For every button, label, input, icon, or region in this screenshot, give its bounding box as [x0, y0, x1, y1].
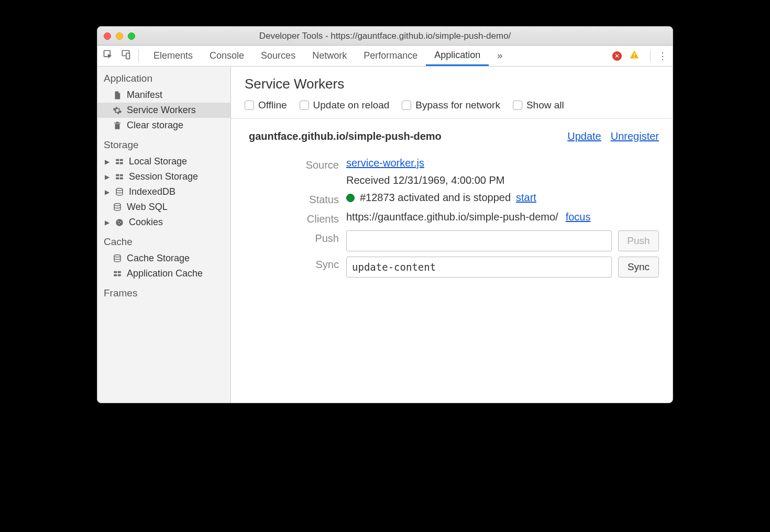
svg-point-16 [118, 220, 119, 221]
cookie-icon [114, 217, 125, 228]
sidebar-item-label: IndexedDB [129, 186, 175, 197]
unregister-link[interactable]: Unregister [611, 130, 659, 142]
svg-rect-8 [120, 162, 123, 164]
grid-icon [112, 269, 123, 279]
svg-rect-12 [120, 177, 123, 179]
disclosure-arrow-icon: ▶ [105, 219, 110, 226]
svg-point-17 [120, 221, 121, 223]
minimize-window-button[interactable] [116, 32, 123, 40]
label-sync: Sync [245, 257, 339, 271]
database-icon [112, 253, 123, 264]
checkbox-label: Offline [258, 99, 287, 111]
sidebar-item-label: Local Storage [129, 156, 187, 167]
checkbox-bypass-for-network[interactable]: Bypass for network [402, 99, 500, 111]
svg-rect-6 [120, 159, 123, 161]
devtools-window: Developer Tools - https://gauntface.gith… [97, 26, 673, 403]
traffic-lights [104, 32, 135, 40]
svg-rect-5 [116, 159, 119, 161]
sidebar-item-indexeddb[interactable]: ▶ IndexedDB [97, 184, 230, 199]
sidebar-item-session-storage[interactable]: ▶ Session Storage [97, 169, 230, 184]
sidebar-item-label: Cookies [129, 217, 163, 228]
sidebar-item-label: Session Storage [129, 171, 198, 182]
svg-point-15 [116, 219, 123, 226]
sidebar-item-cookies[interactable]: ▶ Cookies [97, 215, 230, 230]
checkbox-label: Bypass for network [415, 99, 500, 111]
start-worker-link[interactable]: start [516, 192, 536, 204]
sidebar-item-label: Service Workers [127, 105, 196, 116]
service-workers-panel: Service Workers Offline Update on reload… [231, 66, 673, 403]
checkbox-offline[interactable]: Offline [245, 99, 287, 111]
sidebar-section-application: Application [97, 66, 230, 87]
application-sidebar: Application Manifest Service Workers Cle… [97, 66, 231, 403]
sidebar-item-local-storage[interactable]: ▶ Local Storage [97, 154, 230, 169]
sidebar-item-label: Application Cache [127, 268, 203, 279]
svg-rect-11 [116, 177, 119, 179]
sidebar-item-service-workers[interactable]: Service Workers [97, 103, 230, 118]
sidebar-item-web-sql[interactable]: Web SQL [97, 199, 230, 215]
maximize-window-button[interactable] [128, 32, 135, 40]
svg-point-14 [114, 203, 120, 206]
sidebar-item-label: Web SQL [127, 202, 168, 213]
focus-client-link[interactable]: focus [566, 211, 591, 223]
svg-rect-22 [114, 274, 117, 276]
tab-more[interactable]: » [489, 46, 511, 66]
close-window-button[interactable] [104, 32, 111, 40]
label-push: Push [245, 230, 339, 245]
sidebar-item-label: Cache Storage [127, 253, 190, 264]
database-icon [112, 202, 123, 213]
label-clients: Clients [245, 211, 339, 225]
tab-sources[interactable]: Sources [252, 46, 304, 66]
checkbox-update-on-reload[interactable]: Update on reload [300, 99, 390, 111]
sidebar-section-storage: Storage [97, 133, 230, 154]
source-script-link[interactable]: service-worker.js [346, 157, 659, 169]
tab-elements[interactable]: Elements [145, 46, 201, 66]
svg-point-19 [114, 254, 120, 257]
svg-rect-10 [120, 174, 123, 176]
window-title: Developer Tools - https://gauntface.gith… [97, 31, 673, 41]
sidebar-item-label: Manifest [127, 90, 162, 101]
svg-rect-9 [116, 174, 119, 176]
database-icon [114, 187, 125, 197]
sidebar-section-frames: Frames [97, 281, 230, 302]
checkbox-label: Update on reload [313, 99, 390, 111]
sidebar-item-manifest[interactable]: Manifest [97, 87, 230, 103]
inspect-element-icon[interactable] [103, 49, 113, 62]
sync-input[interactable] [346, 257, 612, 278]
tab-network[interactable]: Network [304, 46, 355, 66]
settings-kebab-icon[interactable]: ⋮ [650, 50, 667, 62]
push-button[interactable]: Push [618, 230, 659, 251]
update-link[interactable]: Update [567, 130, 601, 142]
sidebar-item-cache-storage[interactable]: Cache Storage [97, 251, 230, 266]
warning-count-icon[interactable] [629, 49, 640, 62]
sidebar-item-application-cache[interactable]: Application Cache [97, 266, 230, 281]
gear-icon [112, 105, 123, 116]
sidebar-item-clear-storage[interactable]: Clear storage [97, 118, 230, 133]
panel-title: Service Workers [245, 76, 659, 92]
svg-rect-21 [118, 271, 121, 273]
file-icon [112, 90, 123, 101]
disclosure-arrow-icon: ▶ [105, 158, 110, 165]
label-source: Source [245, 157, 339, 171]
sync-button[interactable]: Sync [618, 257, 659, 278]
error-count-icon[interactable]: ✕ [612, 51, 622, 61]
svg-rect-3 [634, 53, 635, 56]
devtools-toolbar: Elements Console Sources Network Perform… [97, 46, 673, 66]
client-url: https://gauntface.github.io/simple-push-… [346, 211, 558, 223]
svg-rect-2 [126, 53, 130, 59]
grid-icon [114, 157, 125, 167]
push-input[interactable] [346, 230, 612, 251]
sidebar-section-cache: Cache [97, 230, 230, 251]
svg-rect-23 [118, 274, 121, 276]
status-text: #12873 activated and is stopped [360, 192, 511, 204]
checkbox-show-all[interactable]: Show all [513, 99, 564, 111]
grid-icon [114, 172, 125, 182]
svg-rect-20 [114, 271, 117, 273]
disclosure-arrow-icon: ▶ [105, 173, 110, 181]
tab-application[interactable]: Application [426, 46, 489, 66]
device-toolbar-icon[interactable] [120, 49, 131, 62]
checkbox-label: Show all [526, 99, 564, 111]
status-indicator-icon [346, 194, 355, 202]
tab-performance[interactable]: Performance [355, 46, 426, 66]
tab-console[interactable]: Console [201, 46, 252, 66]
sidebar-item-label: Clear storage [127, 120, 183, 131]
